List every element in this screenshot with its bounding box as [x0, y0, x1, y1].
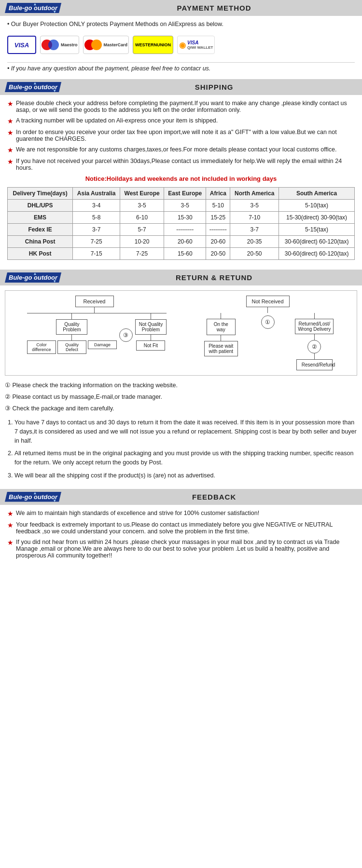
table-cell: 20-50	[230, 248, 279, 260]
col-header-delivery: Delivery Time(days)	[8, 188, 73, 200]
col-header-west: West Europe	[120, 188, 164, 200]
table-cell: DHL/UPS	[8, 200, 73, 212]
shipping-item-2: ★ A tracking number will be updated on A…	[7, 117, 355, 125]
fc-resend: Resend/Refund	[296, 359, 333, 370]
table-cell: 5-15(tax)	[279, 224, 355, 236]
return-numbered-item: All returned items must be in the origin…	[14, 449, 357, 467]
table-cell: 7-15	[73, 248, 120, 260]
payment-divider	[7, 62, 355, 63]
table-row: Fedex IE3-75-7------------------3-75-15(…	[8, 224, 355, 236]
fc-quality-problem: Quality Problem	[56, 319, 87, 335]
brand-logo-return: Bule-go outdoor	[5, 272, 61, 283]
flowchart: Received	[5, 290, 357, 376]
table-row: HK Post7-157-2515-6020-5020-5030-60(dire…	[8, 248, 355, 260]
shipping-table: Delivery Time(days) Asia Australia West …	[7, 187, 355, 260]
table-cell: 10-20	[120, 236, 164, 248]
feedback-section: Bule-go outdoor FEEDBACK ★We aim to main…	[0, 489, 362, 572]
fc-not-fit: Not Fit	[136, 340, 165, 351]
star-icon-4: ★	[7, 146, 14, 154]
shipping-header: Bule-go outdoor SHIPPING	[0, 79, 362, 95]
feedback-item: ★Your feedback is extremely important to…	[7, 521, 355, 535]
table-cell: EMS	[8, 212, 73, 224]
star-icon-5: ★	[7, 158, 14, 171]
table-cell: 5-10	[206, 200, 230, 212]
table-cell: 5-8	[73, 212, 120, 224]
star-icon-fb: ★	[7, 510, 14, 517]
feedback-item: ★If you did not hear from us within 24 h…	[7, 539, 355, 559]
return-header: Bule-go outdoor RETURN & RETUND	[0, 270, 362, 285]
table-cell: 15-25	[206, 212, 230, 224]
table-cell: 30-60(direct) 60-120(tax)	[279, 248, 355, 260]
fc-circle-1: ①	[261, 315, 275, 329]
star-icon-fb: ★	[7, 539, 14, 559]
return-title: RETURN & RETUND	[71, 273, 357, 282]
western-union-icon: WESTERNUNION	[133, 36, 173, 54]
shipping-item-1: ★ Please double check your address befor…	[7, 100, 355, 113]
col-header-east: East Europe	[164, 188, 206, 200]
payment-contact: • If you have any question about the pay…	[7, 65, 355, 72]
star-icon-3: ★	[7, 129, 14, 142]
visa-icon: VISA	[7, 36, 36, 54]
table-cell: 3-5	[120, 200, 164, 212]
fc-wait: Please wait with patient	[204, 341, 238, 356]
feedback-title: FEEDBACK	[71, 493, 357, 501]
table-cell: 20-50	[206, 248, 230, 260]
table-cell: 15-30(direct) 30-90(tax)	[279, 212, 355, 224]
payment-header: Bule-go outdoor PAYMENT METHOD	[0, 0, 362, 16]
table-cell: Fedex IE	[8, 224, 73, 236]
brand-logo-feedback: Bule-go outdoor	[5, 492, 61, 502]
payment-note: • Our Buyer Protection ONLY protects Pay…	[7, 21, 355, 27]
table-cell: 7-10	[230, 212, 279, 224]
fc-damage: Damage	[88, 340, 117, 349]
feedback-item: ★We aim to maintain high standards of ex…	[7, 510, 355, 517]
shipping-section: Bule-go outdoor SHIPPING ★ Please double…	[0, 79, 362, 270]
table-cell: ---------	[164, 224, 206, 236]
payment-section: Bule-go outdoor PAYMENT METHOD • Our Buy…	[0, 0, 362, 79]
col-header-north: North America	[230, 188, 279, 200]
star-icon-2: ★	[7, 117, 14, 125]
brand-logo-payment: Bule-go outdoor	[5, 3, 61, 13]
shipping-item-4: ★ We are not responsible for any customs…	[7, 146, 355, 154]
fc-on-the-way: On the way	[207, 319, 236, 335]
return-numbered-item: You have 7 days to contact us and 30 day…	[14, 418, 357, 445]
table-cell: 6-10	[120, 212, 164, 224]
table-cell: ---------	[206, 224, 230, 236]
table-cell: 15-30	[164, 212, 206, 224]
fc-quality-defect: Quality Defect	[57, 340, 86, 354]
table-cell: 3-7	[73, 224, 120, 236]
payment-icons-row: VISA Maestro MasterCard WESTERNUNION ◉ V…	[7, 33, 355, 56]
table-cell: 7-25	[73, 236, 120, 248]
return-steps: ① Please check the tracking information …	[5, 380, 357, 413]
table-cell: China Post	[8, 236, 73, 248]
table-cell: 5-10(tax)	[279, 200, 355, 212]
table-cell: 3-4	[73, 200, 120, 212]
fc-circle-3: ③	[119, 328, 133, 342]
col-header-africa: Africa	[206, 188, 230, 200]
star-icon-1: ★	[7, 100, 14, 113]
table-cell: 20-60	[206, 236, 230, 248]
table-cell: 3-7	[230, 224, 279, 236]
table-row: DHL/UPS3-43-53-55-103-55-10(tax)	[8, 200, 355, 212]
shipping-title: SHIPPING	[71, 83, 357, 91]
table-row: EMS5-86-1015-3015-257-1015-30(direct) 30…	[8, 212, 355, 224]
table-cell: 3-5	[164, 200, 206, 212]
table-cell: 7-25	[120, 248, 164, 260]
return-step: ③ Check the package and item carefully.	[5, 404, 357, 413]
star-icon-fb: ★	[7, 521, 14, 535]
col-header-south: South America	[279, 188, 355, 200]
shipping-item-5: ★ If you have not received your parcel w…	[7, 158, 355, 171]
table-cell: 20-60	[164, 236, 206, 248]
maestro-icon: Maestro	[40, 36, 79, 54]
table-cell: 5-7	[120, 224, 164, 236]
return-step: ② Please contact us by massage,E-mail,or…	[5, 392, 357, 402]
table-row: China Post7-2510-2020-6020-6020-3530-60(…	[8, 236, 355, 248]
fc-color-diff: Color difference	[27, 340, 56, 354]
mastercard-icon: MasterCard	[83, 36, 129, 54]
table-cell: 3-5	[230, 200, 279, 212]
fc-returned: Returned/Lost/ Wrong Delivery	[295, 319, 334, 334]
fc-received: Received	[75, 296, 114, 307]
fc-not-quality: Not Quality Problem	[135, 319, 167, 335]
table-cell: 15-60	[164, 248, 206, 260]
payment-title: PAYMENT METHOD	[71, 4, 357, 12]
return-numbered-list: You have 7 days to contact us and 30 day…	[5, 418, 357, 480]
